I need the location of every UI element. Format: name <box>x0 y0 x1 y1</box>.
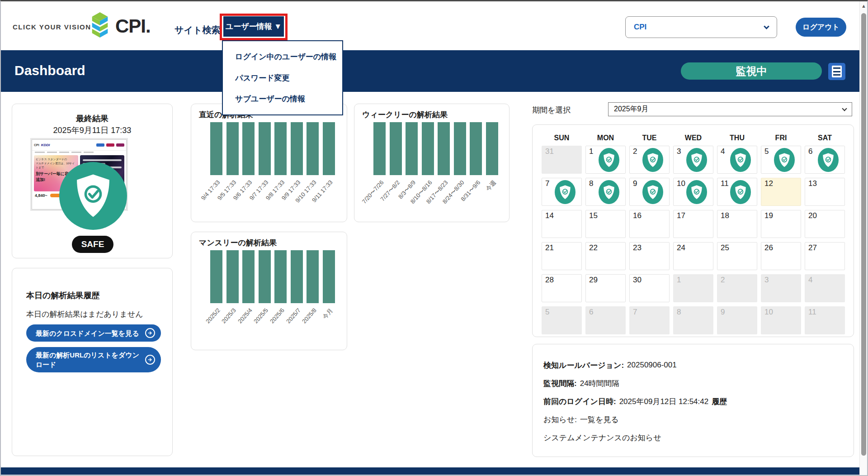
info-label: 監視間隔: <box>543 378 577 389</box>
bar-tick-label: 今月 <box>321 307 335 321</box>
calendar-day-cell[interactable]: 20 <box>805 210 845 238</box>
day-number: 20 <box>808 211 817 220</box>
calendar-day-cell: 2 <box>717 274 757 302</box>
scrollbar[interactable]: ▲ <box>859 1 867 476</box>
bar <box>406 122 418 175</box>
info-link[interactable]: 一覧を見る <box>580 414 619 425</box>
day-number: 26 <box>764 243 773 252</box>
day-number: 30 <box>633 276 642 285</box>
bar <box>373 122 386 175</box>
bar-column: 9/4 17:33 <box>210 122 222 175</box>
history-action-button-1[interactable]: 最新の解析URLのリストをダウンロード <box>26 347 161 372</box>
day-number: 22 <box>589 243 598 252</box>
calendar-day-cell[interactable]: 12 <box>761 178 801 206</box>
logout-button[interactable]: ログアウト <box>796 18 846 37</box>
calendar-day-cell: 4 <box>805 274 845 302</box>
day-number: 8 <box>677 308 681 317</box>
calendar-day-cell: 5 <box>542 306 582 334</box>
user-menu-item-2[interactable]: サブユーザーの情報 <box>223 94 342 104</box>
day-number: 13 <box>808 179 817 188</box>
monitoring-status-button[interactable]: 監視中 <box>681 62 822 80</box>
calendar-day-cell[interactable]: 3 <box>673 146 713 174</box>
bar <box>259 122 271 175</box>
today-history-empty-message: 本日の解析結果はまだありません <box>26 309 143 319</box>
day-number: 23 <box>633 243 642 252</box>
calendar-day-cell[interactable]: 26 <box>761 242 801 270</box>
day-number: 4 <box>721 147 725 156</box>
info-line: 検知ルールバージョン:20250906-001 <box>543 356 854 374</box>
day-number: 3 <box>764 276 769 285</box>
day-number: 17 <box>677 211 685 220</box>
calendar-day-cell[interactable]: 27 <box>805 242 845 270</box>
period-select[interactable]: 2025年9月 <box>608 102 852 116</box>
info-lines: 検知ルールバージョン:20250906-001監視間隔:24時間間隔前回のログイ… <box>543 356 854 447</box>
info-link[interactable]: 履歴 <box>712 396 727 407</box>
bar-column: 8/3〜8/9 <box>406 122 418 175</box>
thumbnail-cpi-logo: CPI <box>34 143 39 147</box>
user-menu-item-0[interactable]: ログイン中のユーザーの情報 <box>223 52 342 62</box>
history-action-button-0[interactable]: 最新のクロスドメイン一覧を見る <box>26 324 161 342</box>
cpi-logo-icon <box>88 11 112 41</box>
calendar-day-cell[interactable]: 11 <box>717 178 757 206</box>
scrollbar-thumb[interactable] <box>861 13 866 456</box>
list-icon <box>832 66 842 77</box>
account-select[interactable]: CPI <box>625 16 777 38</box>
calendar-day-cell[interactable]: 25 <box>717 242 757 270</box>
calendar-day-cell[interactable]: 28 <box>542 274 582 302</box>
calendar-day-cell[interactable]: 19 <box>761 210 801 238</box>
shield-check-icon <box>686 180 707 204</box>
calendar-day-cell[interactable]: 2 <box>629 146 670 174</box>
day-number: 5 <box>764 147 769 156</box>
info-link[interactable]: システムメンテナンスのお知らせ <box>543 433 661 443</box>
calendar-day-cell[interactable]: 15 <box>585 210 626 238</box>
user-menu-item-1[interactable]: パスワード変更 <box>223 73 342 83</box>
calendar-day-cell[interactable]: 17 <box>673 210 713 238</box>
calendar-day-cell[interactable]: 13 <box>805 178 845 206</box>
bar-tick-label: 2025/4 <box>236 307 254 325</box>
info-value: 2025年09月12日 12:54:42 <box>619 396 709 407</box>
calendar-day-cell[interactable]: 22 <box>585 242 626 270</box>
bar-tick-label: 2025/8 <box>301 307 318 325</box>
bar-column: 9/5 17:33 <box>226 122 239 175</box>
calendar-day-cell[interactable]: 6 <box>805 146 845 174</box>
calendar-day-cell[interactable]: 4 <box>717 146 757 174</box>
calendar-day-cell[interactable]: 16 <box>629 210 670 238</box>
calendar-day-cell[interactable]: 9 <box>629 178 670 206</box>
calendar-day-cell[interactable]: 8 <box>585 178 626 206</box>
info-line: システムメンテナンスのお知らせ <box>543 428 854 447</box>
calendar-day-cell[interactable]: 23 <box>629 242 670 270</box>
calendar-day-cell[interactable]: 5 <box>761 146 801 174</box>
bar <box>274 122 287 175</box>
site-search-link[interactable]: サイト検索 <box>175 24 220 36</box>
calendar-day-cell[interactable]: 7 <box>542 178 582 206</box>
calendar-day-cell[interactable]: 30 <box>629 274 670 302</box>
info-line: 監視間隔:24時間間隔 <box>543 374 854 392</box>
footer-bar <box>1 467 868 475</box>
shield-check-icon <box>642 148 663 172</box>
bar <box>486 122 498 175</box>
info-line: 前回のログイン日時:2025年09月12日 12:54:42履歴 <box>543 392 854 410</box>
scroll-up-icon[interactable]: ▲ <box>861 4 866 9</box>
button-label: 最新の解析URLのリストをダウンロード <box>36 350 144 369</box>
today-history-actions: 最新のクロスドメイン一覧を見る最新の解析URLのリストをダウンロード <box>26 324 161 372</box>
bar <box>438 122 450 175</box>
calendar-day-cell[interactable]: 21 <box>542 242 582 270</box>
user-info-button[interactable]: ユーザー情報 ▼ <box>223 16 284 37</box>
calendar-day-cell[interactable]: 24 <box>673 242 713 270</box>
day-header: MON <box>585 134 626 142</box>
latest-result-title: 最終結果 <box>12 113 172 124</box>
info-label: お知らせ: <box>543 414 577 425</box>
menu-list-button[interactable] <box>828 63 845 80</box>
shield-check-icon <box>730 148 751 172</box>
calendar-day-cell[interactable]: 18 <box>717 210 757 238</box>
bar <box>226 122 239 175</box>
calendar-day-cell[interactable]: 14 <box>542 210 582 238</box>
calendar-day-cell: 6 <box>585 306 626 334</box>
calendar-day-cell[interactable]: 1 <box>585 146 626 174</box>
calendar-day-cell: 9 <box>717 306 757 334</box>
calendar-day-cell: 3 <box>761 274 801 302</box>
user-info-dropdown: ログイン中のユーザーの情報パスワード変更サブユーザーの情報 <box>222 40 343 115</box>
calendar-day-cell[interactable]: 10 <box>673 178 713 206</box>
calendar-day-cell[interactable]: 29 <box>585 274 626 302</box>
bar-column: 8/10〜8/16 <box>422 122 434 175</box>
